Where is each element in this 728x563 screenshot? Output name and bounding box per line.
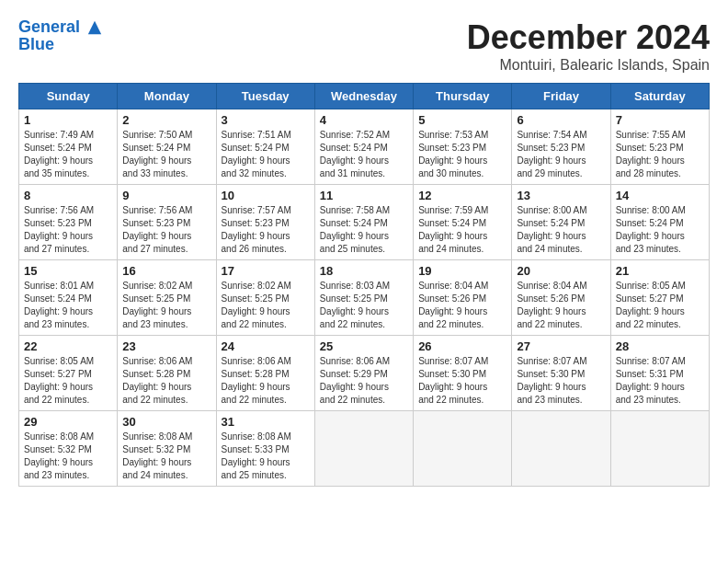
day-number: 30 (122, 415, 210, 429)
calendar-cell: 13Sunrise: 8:00 AM Sunset: 5:24 PM Dayli… (512, 185, 610, 260)
day-number: 25 (320, 339, 408, 353)
calendar-cell: 8Sunrise: 7:56 AM Sunset: 5:23 PM Daylig… (19, 185, 118, 260)
day-info: Sunrise: 7:51 AM Sunset: 5:24 PM Dayligh… (222, 129, 310, 180)
day-info: Sunrise: 8:07 AM Sunset: 5:30 PM Dayligh… (517, 355, 605, 407)
weekday-header-saturday: Saturday (610, 84, 709, 109)
calendar-cell: 2Sunrise: 7:50 AM Sunset: 5:24 PM Daylig… (118, 109, 216, 185)
day-number: 27 (517, 339, 605, 353)
day-info: Sunrise: 7:52 AM Sunset: 5:24 PM Dayligh… (320, 129, 408, 180)
day-number: 16 (122, 264, 210, 278)
calendar-cell (314, 411, 413, 487)
calendar-cell: 14Sunrise: 8:00 AM Sunset: 5:24 PM Dayli… (610, 185, 709, 260)
day-number: 23 (122, 339, 210, 353)
calendar-cell: 15Sunrise: 8:01 AM Sunset: 5:24 PM Dayli… (19, 260, 118, 336)
location-title: Montuiri, Balearic Islands, Spain (467, 57, 710, 74)
day-info: Sunrise: 8:00 AM Sunset: 5:24 PM Dayligh… (517, 204, 605, 256)
calendar-cell: 16Sunrise: 8:02 AM Sunset: 5:25 PM Dayli… (118, 260, 216, 336)
day-number: 13 (517, 189, 605, 202)
day-info: Sunrise: 8:03 AM Sunset: 5:25 PM Dayligh… (320, 280, 408, 331)
day-info: Sunrise: 7:49 AM Sunset: 5:24 PM Dayligh… (24, 129, 112, 180)
calendar-cell: 6Sunrise: 7:54 AM Sunset: 5:23 PM Daylig… (512, 109, 610, 185)
logo-text: General (18, 18, 103, 37)
weekday-header-tuesday: Tuesday (216, 84, 314, 109)
calendar-cell: 17Sunrise: 8:02 AM Sunset: 5:25 PM Dayli… (216, 260, 314, 336)
logo: General Blue (18, 18, 103, 54)
day-number: 1 (24, 113, 112, 127)
day-info: Sunrise: 7:58 AM Sunset: 5:24 PM Dayligh… (320, 204, 408, 256)
day-info: Sunrise: 7:53 AM Sunset: 5:23 PM Dayligh… (418, 129, 506, 180)
day-info: Sunrise: 7:56 AM Sunset: 5:23 PM Dayligh… (122, 204, 210, 256)
day-info: Sunrise: 7:54 AM Sunset: 5:23 PM Dayligh… (517, 129, 605, 180)
day-number: 6 (517, 113, 605, 127)
day-info: Sunrise: 7:59 AM Sunset: 5:24 PM Dayligh… (418, 204, 506, 256)
day-number: 12 (418, 189, 506, 202)
day-number: 29 (24, 415, 112, 429)
day-number: 20 (517, 264, 605, 278)
weekday-header-friday: Friday (512, 84, 610, 109)
calendar-cell: 21Sunrise: 8:05 AM Sunset: 5:27 PM Dayli… (610, 260, 709, 336)
calendar-cell: 3Sunrise: 7:51 AM Sunset: 5:24 PM Daylig… (216, 109, 314, 185)
day-number: 2 (122, 113, 210, 127)
calendar-cell: 18Sunrise: 8:03 AM Sunset: 5:25 PM Dayli… (314, 260, 413, 336)
day-info: Sunrise: 7:57 AM Sunset: 5:23 PM Dayligh… (222, 204, 310, 256)
day-number: 22 (24, 339, 112, 353)
day-info: Sunrise: 8:06 AM Sunset: 5:28 PM Dayligh… (222, 355, 310, 407)
day-number: 19 (418, 264, 506, 278)
day-number: 26 (418, 339, 506, 353)
day-number: 11 (320, 189, 408, 202)
day-info: Sunrise: 8:04 AM Sunset: 5:26 PM Dayligh… (517, 280, 605, 331)
day-number: 28 (616, 339, 704, 353)
calendar-cell: 30Sunrise: 8:08 AM Sunset: 5:32 PM Dayli… (118, 411, 216, 487)
day-info: Sunrise: 8:07 AM Sunset: 5:30 PM Dayligh… (418, 355, 506, 407)
calendar-cell: 1Sunrise: 7:49 AM Sunset: 5:24 PM Daylig… (19, 109, 118, 185)
weekday-header-sunday: Sunday (19, 84, 118, 109)
calendar-cell: 31Sunrise: 8:08 AM Sunset: 5:33 PM Dayli… (216, 411, 314, 487)
day-info: Sunrise: 8:02 AM Sunset: 5:25 PM Dayligh… (122, 280, 210, 331)
day-number: 31 (222, 415, 310, 429)
day-info: Sunrise: 8:05 AM Sunset: 5:27 PM Dayligh… (24, 355, 112, 407)
day-info: Sunrise: 8:05 AM Sunset: 5:27 PM Dayligh… (616, 280, 704, 331)
calendar-cell: 27Sunrise: 8:07 AM Sunset: 5:30 PM Dayli… (512, 336, 610, 411)
day-number: 4 (320, 113, 408, 127)
day-info: Sunrise: 8:08 AM Sunset: 5:32 PM Dayligh… (24, 431, 112, 482)
calendar-cell: 29Sunrise: 8:08 AM Sunset: 5:32 PM Dayli… (19, 411, 118, 487)
calendar-cell: 20Sunrise: 8:04 AM Sunset: 5:26 PM Dayli… (512, 260, 610, 336)
weekday-header-wednesday: Wednesday (314, 84, 413, 109)
day-info: Sunrise: 7:50 AM Sunset: 5:24 PM Dayligh… (122, 129, 210, 180)
day-info: Sunrise: 8:06 AM Sunset: 5:29 PM Dayligh… (320, 355, 408, 407)
calendar-cell: 5Sunrise: 7:53 AM Sunset: 5:23 PM Daylig… (414, 109, 512, 185)
day-number: 15 (24, 264, 112, 278)
day-number: 10 (222, 189, 310, 202)
calendar-week-3: 15Sunrise: 8:01 AM Sunset: 5:24 PM Dayli… (19, 260, 710, 336)
day-number: 17 (222, 264, 310, 278)
logo-blue: Blue (18, 35, 103, 54)
calendar-cell: 12Sunrise: 7:59 AM Sunset: 5:24 PM Dayli… (414, 185, 512, 260)
day-number: 21 (616, 264, 704, 278)
calendar-cell: 4Sunrise: 7:52 AM Sunset: 5:24 PM Daylig… (314, 109, 413, 185)
calendar-cell: 25Sunrise: 8:06 AM Sunset: 5:29 PM Dayli… (314, 336, 413, 411)
calendar-cell: 23Sunrise: 8:06 AM Sunset: 5:28 PM Dayli… (118, 336, 216, 411)
calendar-cell: 9Sunrise: 7:56 AM Sunset: 5:23 PM Daylig… (118, 185, 216, 260)
day-info: Sunrise: 8:04 AM Sunset: 5:26 PM Dayligh… (418, 280, 506, 331)
day-info: Sunrise: 7:56 AM Sunset: 5:23 PM Dayligh… (24, 204, 112, 256)
svg-marker-0 (88, 21, 101, 34)
day-number: 7 (616, 113, 704, 127)
logo-icon (86, 19, 103, 36)
day-number: 24 (222, 339, 310, 353)
calendar-week-2: 8Sunrise: 7:56 AM Sunset: 5:23 PM Daylig… (19, 185, 710, 260)
calendar-cell (512, 411, 610, 487)
calendar-week-5: 29Sunrise: 8:08 AM Sunset: 5:32 PM Dayli… (19, 411, 710, 487)
day-info: Sunrise: 8:07 AM Sunset: 5:31 PM Dayligh… (616, 355, 704, 407)
day-info: Sunrise: 8:08 AM Sunset: 5:32 PM Dayligh… (122, 431, 210, 482)
calendar-cell (414, 411, 512, 487)
title-area: December 2024 Montuiri, Balearic Islands… (467, 18, 710, 74)
day-number: 18 (320, 264, 408, 278)
header: General Blue December 2024 Montuiri, Bal… (18, 18, 710, 74)
day-number: 9 (122, 189, 210, 202)
day-number: 14 (616, 189, 704, 202)
calendar-cell: 28Sunrise: 8:07 AM Sunset: 5:31 PM Dayli… (610, 336, 709, 411)
calendar-week-4: 22Sunrise: 8:05 AM Sunset: 5:27 PM Dayli… (19, 336, 710, 411)
day-info: Sunrise: 8:08 AM Sunset: 5:33 PM Dayligh… (222, 431, 310, 482)
day-number: 8 (24, 189, 112, 202)
day-info: Sunrise: 8:01 AM Sunset: 5:24 PM Dayligh… (24, 280, 112, 331)
